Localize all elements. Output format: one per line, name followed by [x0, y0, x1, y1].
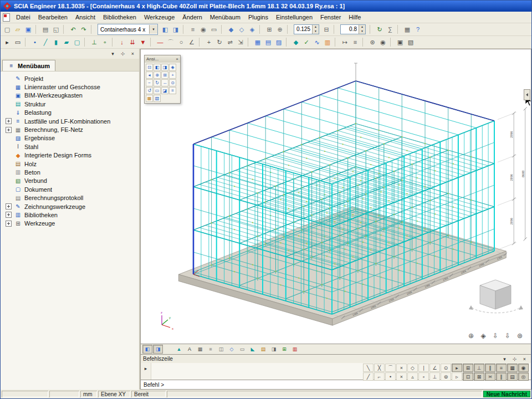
snap-button[interactable]: ⌒ [385, 364, 396, 372]
view-toolbar-button[interactable]: ⊞ [161, 71, 168, 79]
snap-button[interactable]: ∠ [429, 364, 440, 372]
tree-item[interactable]: ▣ BIM-Werkzeugkasten [1, 91, 139, 100]
viewport-tab-button[interactable]: ◫ [216, 345, 226, 354]
menu-item[interactable]: Bearbeiten [34, 13, 71, 22]
menu-item[interactable]: Bibliotheken [99, 13, 140, 22]
toolbar-button[interactable]: ≡ [188, 24, 198, 34]
view-toolbar-button[interactable]: ⊡ [146, 64, 153, 71]
toolbar-button[interactable]: ∠ [187, 37, 197, 47]
menu-item[interactable]: Ändern [178, 13, 206, 22]
toolbar-button[interactable] [150, 38, 153, 47]
toolbar-button[interactable]: ○ [176, 37, 186, 47]
viewport-tool-icon[interactable]: ⊛ [516, 332, 524, 340]
toolbar-button[interactable]: ▸ [2, 37, 12, 47]
toolbar-button[interactable]: ▢ [2, 24, 12, 34]
toolbar-button[interactable]: ⇲ [236, 37, 245, 47]
view-toolbar-button[interactable]: ◧ [154, 64, 161, 71]
viewport-tool-icon[interactable]: ◈ [479, 332, 487, 340]
toolbar-button[interactable]: ⊥ [89, 37, 99, 47]
view-toolbar-button[interactable]: ◂ [146, 71, 153, 79]
spin-up-icon[interactable]: ▲ [313, 25, 319, 29]
project-combobox[interactable]: Containerhaus 4 x ▾ [98, 24, 158, 35]
tree-item[interactable]: ▨ Ergebnisse [1, 134, 139, 142]
snap-button[interactable]: ⊙ [441, 364, 451, 372]
viewport-tab-button[interactable] [163, 345, 173, 354]
toolbar-button[interactable] [248, 38, 250, 47]
toolbar-button[interactable] [84, 38, 87, 47]
menu-item[interactable]: Datei [12, 13, 34, 22]
float-toolbar-titlebar[interactable]: Ansi... × [145, 55, 180, 63]
toolbar-button[interactable]: ▭ [209, 24, 219, 34]
toolbar-button[interactable]: ― [155, 37, 165, 47]
toolbar-button[interactable]: ↶ [68, 24, 78, 34]
toolbar-button[interactable]: + [204, 37, 214, 47]
viewport-tab-button[interactable]: ◨ [153, 345, 163, 354]
snap-button[interactable]: ≡ [496, 364, 507, 372]
toolbar-button[interactable] [183, 25, 186, 34]
snap-button[interactable]: ∘ [418, 372, 429, 381]
toolbar-button[interactable]: ≡ [350, 37, 360, 47]
toolbar-button[interactable]: ◨ [171, 24, 181, 34]
snap-button[interactable]: • [385, 372, 396, 381]
toolbar-button[interactable]: ⊕ [275, 24, 285, 34]
toolbar-button[interactable]: ▣ [395, 37, 405, 47]
tree-item[interactable]: ✎ Projekt [1, 74, 139, 83]
toolbar-button[interactable]: ◧ [160, 24, 170, 34]
menu-item[interactable]: Menübaum [206, 13, 244, 22]
viewport-tab-button[interactable]: ◇ [227, 345, 237, 354]
snap-button[interactable]: ◇ [407, 364, 418, 372]
snap-button[interactable]: ⊡ [463, 372, 473, 381]
3d-scene[interactable]: 2896289628968688135513551355135513551355… [141, 49, 531, 344]
toolbar-button[interactable]: ↦ [340, 37, 350, 47]
snap-button[interactable]: ▤ [507, 372, 518, 381]
tree-item[interactable]: ▦ Berechnung, FE-Netz [1, 125, 139, 134]
toolbar-button[interactable]: ◉ [198, 24, 208, 34]
pin-icon[interactable]: ⊹ [119, 50, 127, 58]
toolbar-button[interactable]: ◱ [51, 24, 61, 34]
tree-item[interactable]: ⊞ Werkzeuge [1, 219, 139, 228]
toolbar-button[interactable] [334, 25, 336, 34]
tree-item[interactable]: ▢ Dokument [1, 185, 139, 193]
viewport-tab-button[interactable]: ▦ [195, 345, 205, 354]
toolbar-button[interactable]: ↷ [79, 24, 89, 34]
view-toolbar-button[interactable]: ⊙ [169, 79, 176, 86]
snap-button[interactable]: ∣ [418, 364, 429, 372]
toolbar-button[interactable] [259, 25, 262, 34]
viewport-tab-button[interactable]: ▤ [258, 345, 268, 354]
toolbar-button[interactable]: ▢ [72, 37, 82, 47]
snap-button[interactable]: ⊚ [441, 372, 451, 381]
snap-button[interactable]: ≍ [485, 372, 495, 381]
toolbar-button[interactable]: ◉ [378, 37, 388, 47]
viewport-tool-icon[interactable]: ⊕ [467, 332, 475, 340]
view-toolbar-button[interactable]: − [146, 79, 153, 86]
tree-expander-icon[interactable] [6, 221, 12, 227]
title-bar[interactable]: SCIA Engineer 18.1.3035 - [Containerhaus… [1, 1, 531, 12]
toolbar-button[interactable] [362, 38, 365, 47]
scale-spinner[interactable]: 0.125 ▲▼ [294, 24, 319, 34]
model-viewport[interactable]: 2896289628968688135513551355135513551355… [140, 49, 531, 344]
tree-expander-icon[interactable] [6, 212, 12, 218]
menu-item[interactable]: Hilfe [345, 13, 365, 22]
viewport-tab-button[interactable]: ▲ [174, 345, 184, 354]
snap-button[interactable]: ∥ [496, 372, 507, 381]
snap-button[interactable]: ╲ [363, 364, 374, 372]
snap-button[interactable]: × [396, 372, 407, 381]
snap-button[interactable]: ╳ [374, 364, 385, 372]
navigation-cube[interactable] [469, 280, 523, 313]
toolbar-button[interactable] [397, 25, 400, 34]
spin-down-icon[interactable]: ▼ [313, 29, 319, 34]
snap-button[interactable]: ▸ [452, 364, 462, 372]
view-toolbar-button[interactable]: ▭ [154, 87, 161, 94]
toolbar-button[interactable] [35, 25, 38, 34]
tree-item[interactable]: ◆ Integrierte Design Forms [1, 151, 139, 160]
snap-button[interactable]: ▹ [452, 372, 462, 381]
toolbar-button[interactable]: ⊟ [321, 24, 331, 34]
opacity-spinner[interactable]: 0.8 ▲▼ [340, 24, 366, 34]
toolbar-button[interactable]: ▭ [13, 37, 23, 47]
tree-expander-icon[interactable] [6, 203, 12, 209]
view-toolbar-button[interactable]: ↺ [146, 87, 153, 94]
toolbar-button[interactable]: ╱ [40, 37, 50, 47]
close-icon[interactable]: × [520, 355, 529, 363]
viewport-tab-button[interactable]: ◣ [248, 345, 258, 354]
tree-item[interactable]: ▤ Berechnungsprotokoll [1, 193, 139, 202]
